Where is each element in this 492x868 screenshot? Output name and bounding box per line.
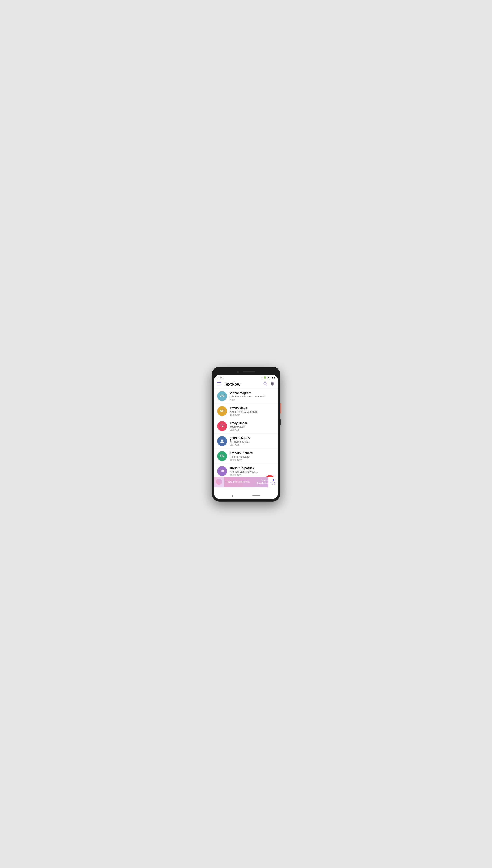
conv-info-2: Travis Mays Right! Thanks so much. 10:58… <box>230 406 275 416</box>
svg-point-12 <box>272 384 273 384</box>
svg-point-15 <box>221 440 223 441</box>
home-indicator <box>252 495 261 496</box>
conversation-item-5[interactable]: FR Francis Richard Picture message Yeste… <box>214 449 278 464</box>
conversation-item-4[interactable]: (312) 555-6572 Incoming Call 8:37 AM <box>214 434 278 449</box>
remove-ads-button[interactable]: ◆ RemoveAds <box>269 477 278 487</box>
ad-brand: Carol'sDoughnuts <box>257 479 269 485</box>
conv-preview-6: Are you planning your… <box>230 470 275 473</box>
camera <box>237 371 239 373</box>
header-icons <box>263 381 275 387</box>
svg-rect-0 <box>217 382 221 383</box>
battery-icon: ▮ <box>274 376 275 379</box>
diamond-icon: ◆ <box>272 478 275 482</box>
svg-point-5 <box>271 382 272 383</box>
conv-time-3: 9:00 AM <box>230 428 275 431</box>
svg-point-10 <box>273 383 274 383</box>
avatar-unknown <box>217 436 227 446</box>
svg-point-9 <box>272 383 273 383</box>
conv-info-4: (312) 555-6572 Incoming Call 8:37 AM <box>230 436 275 446</box>
conv-info-5: Francis Richard Picture message Yesterda… <box>230 451 275 461</box>
search-icon[interactable] <box>263 381 268 387</box>
wifi-icon: ▲ <box>267 376 270 379</box>
svg-point-14 <box>272 385 273 385</box>
conv-name-5: Francis Richard <box>230 451 275 455</box>
side-button-volume <box>280 419 281 425</box>
conv-preview-1: What would you recommend? <box>230 395 275 398</box>
vibrate-icon: 🔋 <box>264 376 267 379</box>
conv-info-6: Chris Kirkpatrick Are you planning your…… <box>230 466 275 476</box>
conversation-list: VM Vinnie Mcgrath What would you recomme… <box>214 389 278 479</box>
navigation-bar: ‹ <box>214 493 278 499</box>
svg-point-7 <box>273 382 274 383</box>
avatar-ck: CK <box>217 466 227 476</box>
menu-icon[interactable] <box>217 382 221 386</box>
conv-time-4: 8:37 AM <box>230 443 275 446</box>
svg-line-4 <box>266 384 267 385</box>
side-button-power <box>280 403 281 413</box>
conv-info-3: Tracy Chase Yeah exactly! 9:00 AM <box>230 421 275 431</box>
app-title: TextNow <box>224 382 263 386</box>
speaker <box>243 371 255 372</box>
conv-name-3: Tracy Chase <box>230 421 275 425</box>
avatar-ab: AB <box>217 406 227 416</box>
svg-point-8 <box>271 383 272 383</box>
phone-top-bar <box>214 369 278 375</box>
signal-icon: ▮▮ <box>270 376 273 379</box>
svg-rect-2 <box>217 385 221 385</box>
conv-time-2: 10:58 AM <box>230 413 275 416</box>
avatar-vm: VM <box>217 391 227 401</box>
status-time: 3:19 <box>217 376 222 379</box>
remove-ads-label: RemoveAds <box>270 482 276 485</box>
app-screen: 3:19 ∗ 🔋 ▲ ▮▮ ▮ TextNo <box>214 375 278 499</box>
avatar-tc: TC <box>217 421 227 431</box>
conv-preview-5: Picture message <box>230 455 275 458</box>
conv-name-2: Travis Mays <box>230 406 275 410</box>
conv-name-6: Chris Kirkpatrick <box>230 466 275 470</box>
svg-point-6 <box>272 382 273 383</box>
app-header: TextNow <box>214 380 278 389</box>
conv-preview-3: Yeah exactly! <box>230 425 275 428</box>
conversation-item-3[interactable]: TC Tracy Chase Yeah exactly! 9:00 AM <box>214 419 278 434</box>
svg-point-13 <box>273 384 274 384</box>
conv-time-5: Yesterdayy <box>230 458 275 461</box>
conv-name-4: (312) 555-6572 <box>230 436 275 440</box>
dialpad-icon[interactable] <box>270 381 275 387</box>
status-bar: 3:19 ∗ 🔋 ▲ ▮▮ ▮ <box>214 375 278 380</box>
svg-point-11 <box>271 384 272 384</box>
conv-time-1: Now <box>230 398 275 401</box>
svg-rect-1 <box>217 384 221 384</box>
conv-preview-4: Incoming Call <box>230 440 275 443</box>
conversation-item-2[interactable]: AB Travis Mays Right! Thanks so much. 10… <box>214 404 278 419</box>
incoming-call-phone-icon <box>230 440 233 443</box>
ad-text: Taste the difference. <box>224 480 257 483</box>
phone-screen: 3:19 ∗ 🔋 ▲ ▮▮ ▮ TextNo <box>214 375 278 499</box>
bluetooth-icon: ∗ <box>261 376 263 379</box>
status-icons: ∗ 🔋 ▲ ▮▮ ▮ <box>261 376 275 379</box>
conv-info-1: Vinnie Mcgrath What would you recommend?… <box>230 391 275 401</box>
conversation-item-1[interactable]: VM Vinnie Mcgrath What would you recomme… <box>214 389 278 404</box>
back-button[interactable]: ‹ <box>232 494 233 498</box>
ad-image <box>214 477 224 487</box>
conv-name-1: Vinnie Mcgrath <box>230 391 275 395</box>
ad-banner[interactable]: Taste the difference. Carol'sDoughnuts ◆… <box>214 477 278 487</box>
avatar-fr: FR <box>217 451 227 461</box>
phone-device: 3:19 ∗ 🔋 ▲ ▮▮ ▮ TextNo <box>212 367 280 501</box>
conv-preview-2: Right! Thanks so much. <box>230 410 275 413</box>
